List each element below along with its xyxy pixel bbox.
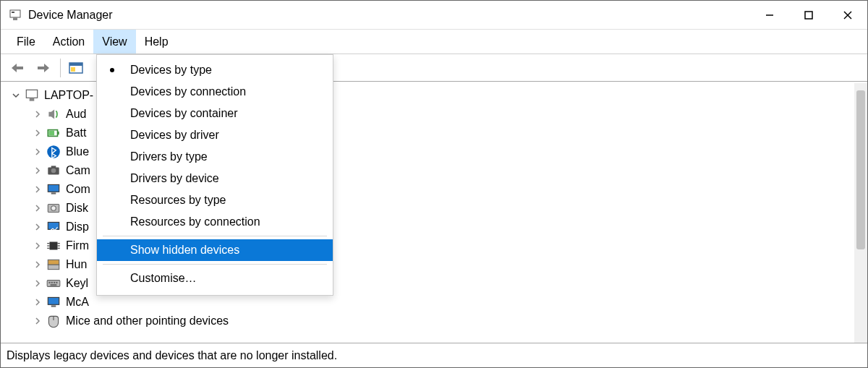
svg-rect-20 [48, 184, 59, 192]
svg-rect-1 [12, 12, 14, 13]
menu-devices-by-connection[interactable]: Devices by connection [97, 81, 333, 103]
svg-rect-35 [48, 282, 50, 283]
status-bar: Displays legacy devices and devices that… [1, 343, 867, 367]
svg-rect-14 [58, 132, 59, 134]
svg-rect-15 [48, 131, 54, 136]
svg-rect-37 [54, 282, 55, 283]
tree-item-label: Com [66, 183, 90, 196]
tree-item-label: Batt [66, 127, 86, 140]
chevron-right-icon[interactable] [31, 314, 44, 328]
tree-item-label: Aud [66, 108, 86, 121]
chevron-right-icon[interactable] [31, 277, 44, 290]
tree-item-label: Cam [66, 164, 90, 177]
svg-rect-32 [48, 265, 59, 270]
monitor-icon [46, 182, 61, 197]
show-hide-console-tree-button[interactable] [64, 57, 88, 79]
tree-item-label: Mice and other pointing devices [66, 314, 229, 328]
menu-file[interactable]: File [8, 30, 44, 54]
speaker-icon [46, 107, 61, 121]
menu-separator [103, 236, 327, 236]
svg-rect-41 [51, 305, 56, 307]
toolbar-separator [60, 59, 61, 77]
svg-rect-4 [805, 12, 812, 19]
menu-resources-by-type[interactable]: Resources by type [97, 189, 333, 211]
menu-help[interactable]: Help [136, 30, 177, 54]
menu-resources-by-connection[interactable]: Resources by connection [97, 211, 333, 233]
back-button[interactable] [5, 57, 30, 79]
svg-rect-11 [26, 90, 37, 98]
chevron-right-icon[interactable] [31, 145, 44, 158]
chevron-right-icon[interactable] [31, 202, 44, 215]
menu-separator [103, 264, 327, 265]
menu-show-hidden-devices[interactable]: Show hidden devices [97, 239, 333, 261]
mouse-icon [46, 314, 61, 328]
chevron-down-icon[interactable] [9, 89, 22, 102]
tree-item-label: Blue [66, 145, 89, 158]
chevron-right-icon[interactable] [31, 296, 44, 309]
menu-item-label: Devices by type [130, 64, 212, 77]
menu-item-label: Resources by type [130, 194, 226, 207]
svg-rect-8 [69, 63, 82, 66]
menu-customise[interactable]: Customise… [97, 268, 333, 289]
tree-item-label: Firm [66, 239, 89, 252]
menu-item-label: Drivers by type [130, 150, 208, 163]
tree-item-label: Disp [66, 221, 89, 234]
menu-devices-by-type[interactable]: Devices by type [97, 59, 333, 81]
chevron-right-icon[interactable] [31, 239, 44, 252]
title-bar: Device Manager [1, 1, 867, 30]
chip-icon [46, 239, 61, 253]
menu-item-label: Devices by connection [130, 85, 246, 98]
svg-rect-12 [30, 98, 35, 100]
svg-rect-38 [56, 282, 57, 283]
window-title: Device Manager [28, 9, 113, 22]
tree-item-label: Disk [66, 202, 88, 215]
tree-item-label: Hun [66, 258, 87, 271]
menu-view[interactable]: View [93, 30, 135, 54]
menu-item-label: Drivers by device [130, 172, 219, 185]
chevron-right-icon[interactable] [31, 164, 44, 177]
svg-point-18 [51, 168, 56, 174]
svg-rect-40 [48, 297, 59, 304]
tree-item[interactable]: Mice and other pointing devices [5, 312, 850, 330]
menu-item-label: Customise… [130, 272, 197, 285]
minimize-button[interactable] [750, 1, 789, 30]
menu-drivers-by-type[interactable]: Drivers by type [97, 146, 333, 168]
svg-rect-9 [71, 67, 75, 72]
close-button[interactable] [828, 1, 867, 30]
disk-icon [46, 201, 61, 215]
menu-drivers-by-device[interactable]: Drivers by device [97, 168, 333, 189]
hid-icon [46, 257, 61, 272]
chevron-right-icon[interactable] [31, 221, 44, 234]
tree-item-label: McA [66, 296, 89, 309]
menu-action[interactable]: Action [44, 30, 93, 54]
view-dropdown: Devices by type Devices by connection De… [96, 54, 333, 296]
camera-icon [46, 163, 61, 178]
svg-rect-36 [51, 282, 53, 283]
svg-rect-24 [48, 222, 59, 229]
forward-button[interactable] [31, 57, 56, 79]
chevron-right-icon[interactable] [31, 108, 44, 121]
bluetooth-icon [46, 145, 61, 159]
maximize-button[interactable] [789, 1, 828, 30]
menu-item-label: Show hidden devices [130, 244, 239, 257]
svg-rect-39 [51, 284, 57, 286]
app-icon [8, 8, 22, 22]
chevron-right-icon[interactable] [31, 258, 44, 271]
menu-devices-by-container[interactable]: Devices by container [97, 103, 333, 124]
menu-item-label: Devices by driver [130, 129, 219, 142]
menu-devices-by-driver[interactable]: Devices by driver [97, 124, 333, 146]
svg-rect-2 [13, 17, 17, 20]
status-text: Displays legacy devices and devices that… [7, 349, 337, 362]
vertical-scrollbar[interactable] [854, 83, 867, 343]
svg-rect-25 [50, 242, 58, 250]
scrollbar-thumb[interactable] [856, 90, 865, 249]
battery-icon [46, 126, 61, 140]
computer-icon [24, 88, 40, 103]
svg-rect-19 [51, 166, 56, 168]
menu-item-label: Devices by container [130, 107, 238, 120]
chevron-right-icon[interactable] [31, 127, 44, 140]
chevron-right-icon[interactable] [31, 183, 44, 196]
tree-root-label: LAPTOP- [44, 89, 93, 102]
svg-point-23 [51, 206, 56, 211]
menu-bar: File Action View Help [1, 30, 867, 54]
